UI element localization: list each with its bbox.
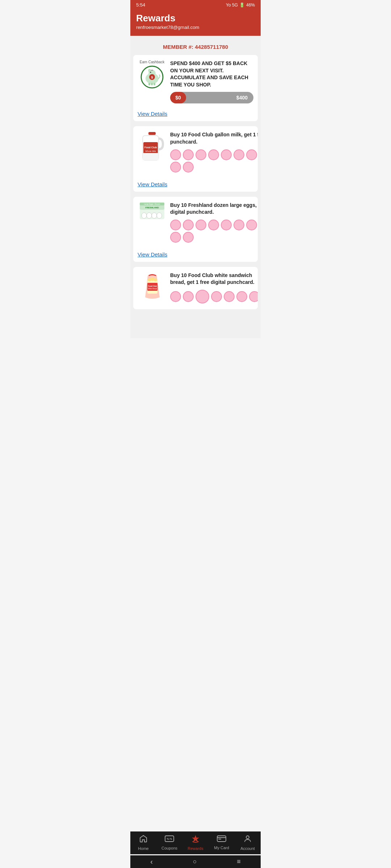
milk-jug-icon: Food Club Whole Milk [139, 131, 165, 164]
bread-body: Buy 10 Food Club white sandwich bread, g… [170, 272, 258, 306]
eggs-view-details[interactable]: View Details [133, 248, 258, 262]
punch-dot [183, 220, 194, 230]
cashback-title: SPEND $400 AND GET $5 BACK ON YOUR NEXT … [170, 60, 253, 88]
punch-dot [234, 220, 244, 230]
punch-dot [196, 149, 206, 160]
milk-image-wrap: Food Club Whole Milk [138, 131, 167, 164]
punch-dot [234, 149, 244, 160]
bread-bag-icon: Food Club White Bread [142, 272, 162, 301]
punch-dot [196, 290, 209, 303]
punch-dot [170, 291, 181, 302]
eggs-punch-dots: 10 Left [170, 220, 258, 243]
milk-view-details[interactable]: View Details [133, 178, 258, 192]
svg-rect-12 [151, 83, 153, 85]
svg-rect-11 [148, 83, 150, 85]
progress-end: $400 [236, 95, 248, 101]
bread-card: Food Club White Bread Buy 10 Food Club w… [133, 267, 258, 309]
bread-title: Buy 10 Food Club white sandwich bread, g… [170, 272, 258, 286]
svg-point-24 [147, 213, 152, 218]
eggs-body: Buy 10 Freshland dozen large eggs, get 1… [170, 202, 258, 245]
svg-text:Large Eggs • Dozen: Large Eggs • Dozen [144, 203, 160, 205]
milk-punch-dots: 10 Left [170, 149, 258, 173]
battery-level: 46% [246, 3, 255, 8]
svg-text:White Bread: White Bread [148, 288, 157, 290]
cashback-view-details[interactable]: View Details [133, 108, 258, 121]
cashback-image: Earn Cashback [138, 60, 167, 89]
milk-card: Food Club Whole Milk Buy 10 Food Club ga… [133, 126, 258, 191]
punch-dot [208, 149, 219, 160]
svg-rect-19 [143, 153, 159, 160]
punch-dot [224, 291, 235, 302]
svg-point-35 [154, 278, 157, 281]
signal-icon: Yo 5G [226, 3, 238, 8]
eggs-title: Buy 10 Freshland dozen large eggs, get 1… [170, 202, 258, 216]
punch-dot [221, 149, 232, 160]
header: Rewards renfroesmarket78@gmail.com [130, 10, 261, 36]
punch-dot [170, 149, 181, 160]
svg-point-26 [157, 213, 162, 218]
punch-dot [208, 220, 219, 230]
punch-dot [221, 220, 232, 230]
punch-dot [183, 291, 194, 302]
progress-fill: $0 [170, 92, 186, 103]
svg-rect-14 [148, 132, 156, 135]
svg-text:FRESHLAND: FRESHLAND [146, 207, 159, 209]
svg-point-7 [148, 69, 151, 72]
main-content: MEMBER #: 44285711780 Earn Cashback [130, 36, 261, 338]
status-icons: Yo 5G 🔋 46% [226, 3, 255, 8]
header-email: renfroesmarket78@gmail.com [136, 25, 255, 30]
cashback-card: Earn Cashback [133, 55, 258, 121]
svg-text:Food Club: Food Club [148, 285, 157, 287]
status-time: 5:54 [136, 2, 145, 8]
svg-rect-13 [154, 83, 155, 85]
bread-punch-dots [170, 290, 258, 303]
milk-body: Buy 10 Food Club gallon milk, get 1 free… [170, 131, 258, 174]
progress-start: $0 [172, 95, 185, 101]
cashback-body: SPEND $400 AND GET $5 BACK ON YOUR NEXT … [170, 60, 253, 104]
punch-dot [170, 162, 181, 173]
punch-dot [211, 291, 222, 302]
bread-image-wrap: Food Club White Bread [138, 272, 167, 301]
punch-dot [196, 220, 206, 230]
punch-dot [236, 291, 247, 302]
svg-rect-10 [151, 70, 153, 71]
earn-cashback-label: Earn Cashback [140, 60, 164, 64]
piggy-bank-icon: $ [140, 65, 164, 89]
punch-dot [170, 220, 181, 230]
punch-dot [246, 149, 257, 160]
svg-text:$: $ [151, 76, 153, 79]
svg-point-23 [142, 213, 147, 218]
eggs-card: FRESHLAND Large Eggs • Dozen Buy 10 Fres… [133, 197, 258, 262]
svg-point-25 [152, 213, 157, 218]
punch-dot [249, 291, 258, 302]
member-number: MEMBER #: 44285711780 [133, 40, 258, 55]
punch-dot [170, 232, 181, 243]
cashback-progress-bar: $0 $400 [170, 92, 253, 103]
page-title: Rewards [136, 13, 255, 24]
battery-icon: 🔋 [239, 3, 245, 8]
svg-text:Whole Milk: Whole Milk [145, 150, 156, 152]
punch-dot [183, 149, 194, 160]
egg-carton-icon: FRESHLAND Large Eggs • Dozen [139, 202, 165, 222]
punch-dot [246, 220, 257, 230]
eggs-image-wrap: FRESHLAND Large Eggs • Dozen [138, 202, 167, 222]
milk-title: Buy 10 Food Club gallon milk, get 1 free… [170, 131, 258, 145]
punch-dot [183, 162, 194, 173]
svg-text:Food Club: Food Club [144, 146, 157, 149]
punch-dot [183, 232, 194, 243]
status-bar: 5:54 Yo 5G 🔋 46% [130, 0, 261, 10]
